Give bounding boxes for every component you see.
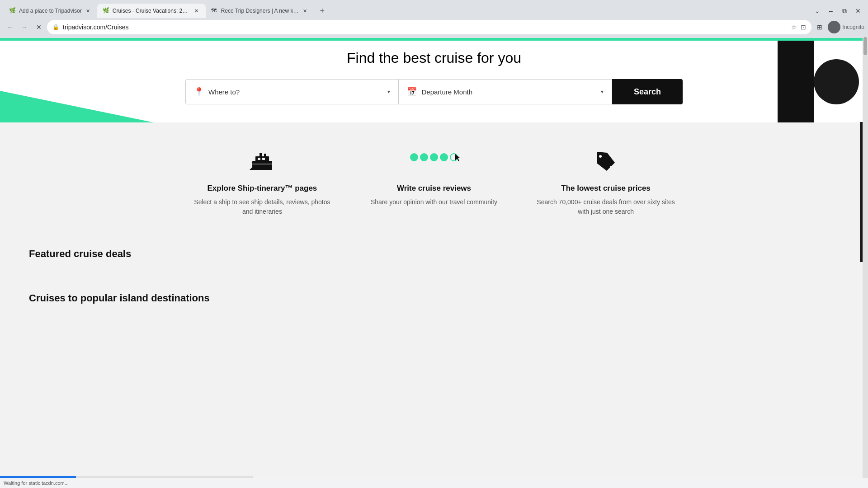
search-form: 📍 Where to? ▾ 📅 Departure Month ▾ Search xyxy=(185,79,683,104)
dot-1 xyxy=(410,153,418,161)
black-decorative-rect xyxy=(778,41,814,122)
browser-status-bar: Waiting for static.tacdn.com... xyxy=(0,478,868,488)
scrollbar-thumb[interactable] xyxy=(863,37,867,55)
incognito-label: Incognito xyxy=(842,24,864,30)
dot-5 xyxy=(450,153,458,161)
feature-prices-desc: Search 70,000+ cruise deals from over si… xyxy=(533,197,678,216)
where-to-field[interactable]: 📍 Where to? ▾ xyxy=(185,79,399,104)
reader-mode-icon[interactable]: ⊡ xyxy=(801,23,806,31)
feature-prices: The lowest cruise prices Search 70,000+ … xyxy=(533,145,678,216)
dot-3 xyxy=(430,153,438,161)
tab-3-label: Reco Trip Designers | A new kin... xyxy=(221,8,299,14)
where-to-label: Where to? xyxy=(208,88,240,96)
tab-bar: 🌿 Add a place to Tripadvisor ✕ 🌿 Cruises… xyxy=(0,0,868,18)
hero-section: Find the best cruise for you 📍 Where to?… xyxy=(0,41,868,122)
dot-4 xyxy=(440,153,448,161)
scrollbar[interactable] xyxy=(863,36,868,478)
dark-decorative-circle xyxy=(814,59,859,104)
svg-rect-3 xyxy=(264,154,266,157)
browser-chrome: 🌿 Add a place to Tripadvisor ✕ 🌿 Cruises… xyxy=(0,0,868,38)
tab-1-label: Add a place to Tripadvisor xyxy=(19,8,82,14)
departure-month-field[interactable]: 📅 Departure Month ▾ xyxy=(399,79,612,104)
browser-tab-3[interactable]: 🗺 Reco Trip Designers | A new kin... ✕ xyxy=(206,4,314,18)
feature-reviews-desc: Share your opinion with our travel commu… xyxy=(371,197,497,207)
close-button[interactable]: ✕ xyxy=(852,5,864,17)
svg-point-8 xyxy=(599,155,602,158)
window-controls: ⌄ – ⧉ ✕ xyxy=(811,5,868,17)
browser-tab-2[interactable]: 🌿 Cruises - Cruise Vacations: 2023 ✕ xyxy=(97,4,206,18)
calendar-icon: 📅 xyxy=(407,87,417,97)
url-display: tripadvisor.com/Cruises xyxy=(63,23,788,31)
tab-3-favicon: 🗺 xyxy=(211,7,218,14)
forward-button[interactable]: → xyxy=(18,21,31,33)
tab-1-favicon: 🌿 xyxy=(9,7,16,14)
tab-2-close[interactable]: ✕ xyxy=(193,7,200,14)
search-button[interactable]: Search xyxy=(612,79,683,104)
where-to-chevron-icon: ▾ xyxy=(387,89,390,95)
browser-tab-1[interactable]: 🌿 Add a place to Tripadvisor ✕ xyxy=(4,4,97,18)
popular-destinations-section: Cruises to popular island destinations xyxy=(0,283,868,310)
reload-button[interactable]: ✕ xyxy=(33,21,45,33)
profile-button[interactable] xyxy=(828,21,840,33)
bookmark-icon[interactable]: ☆ xyxy=(791,23,797,31)
back-button[interactable]: ← xyxy=(4,21,16,33)
feature-explore-desc: Select a ship to see ship details, revie… xyxy=(190,197,335,216)
extensions-button[interactable]: ⊞ xyxy=(813,21,826,33)
departure-chevron-icon: ▾ xyxy=(601,89,604,95)
lock-icon: 🔒 xyxy=(52,24,59,30)
svg-marker-4 xyxy=(250,167,272,170)
svg-rect-2 xyxy=(259,153,262,157)
review-dots-icon xyxy=(418,145,450,177)
price-tag-icon xyxy=(590,145,622,177)
new-tab-button[interactable]: + xyxy=(316,5,329,17)
rating-dots xyxy=(410,153,458,161)
green-decorative-shape xyxy=(0,77,154,122)
feature-explore: Explore Ship-tinerary™ pages Select a sh… xyxy=(190,145,335,216)
featured-deals-heading: Featured cruise deals xyxy=(29,248,839,260)
feature-reviews: Write cruise reviews Share your opinion … xyxy=(371,145,497,216)
tab-2-label: Cruises - Cruise Vacations: 2023 xyxy=(113,8,190,14)
feature-explore-title: Explore Ship-tinerary™ pages xyxy=(208,184,317,193)
status-text: Waiting for static.tacdn.com... xyxy=(4,480,69,486)
tab-2-favicon: 🌿 xyxy=(103,7,110,14)
tab-dropdown-button[interactable]: ⌄ xyxy=(811,5,824,17)
feature-reviews-title: Write cruise reviews xyxy=(397,184,471,193)
restore-button[interactable]: ⧉ xyxy=(838,5,851,17)
dot-2 xyxy=(420,153,428,161)
features-section: Explore Ship-tinerary™ pages Select a sh… xyxy=(0,122,868,239)
popular-destinations-heading: Cruises to popular island destinations xyxy=(29,292,839,304)
address-bar[interactable]: 🔒 tripadvisor.com/Cruises ☆ ⊡ xyxy=(47,20,811,34)
minimize-button[interactable]: – xyxy=(825,5,837,17)
departure-month-label: Departure Month xyxy=(421,88,472,96)
featured-deals-section: Featured cruise deals xyxy=(0,239,868,265)
address-bar-row: ← → ✕ 🔒 tripadvisor.com/Cruises ☆ ⊡ ⊞ In… xyxy=(0,18,868,38)
feature-prices-title: The lowest cruise prices xyxy=(561,184,650,193)
ship-icon xyxy=(246,145,278,177)
hero-title: Find the best cruise for you xyxy=(27,50,841,66)
tab-3-close[interactable]: ✕ xyxy=(302,7,309,14)
page-content: Find the best cruise for you 📍 Where to?… xyxy=(0,38,868,488)
svg-rect-5 xyxy=(258,158,260,160)
svg-rect-6 xyxy=(262,158,265,160)
location-icon: 📍 xyxy=(194,87,204,97)
tab-1-close[interactable]: ✕ xyxy=(85,7,92,14)
